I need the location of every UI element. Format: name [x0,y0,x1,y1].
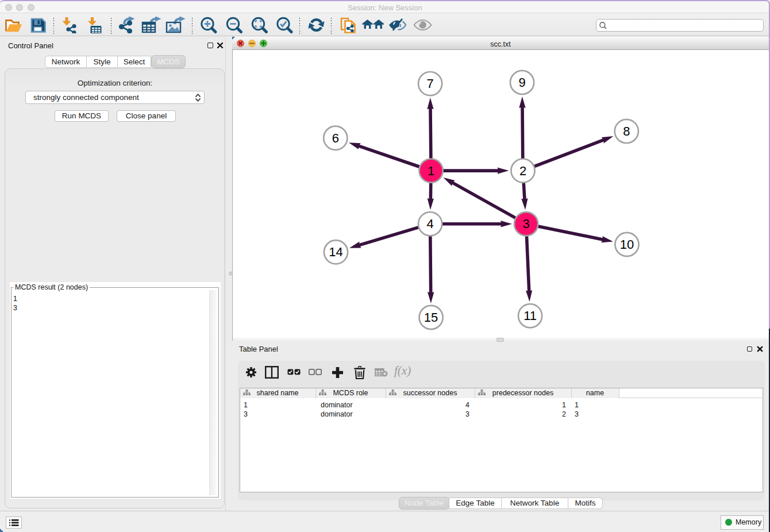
svg-text:2: 2 [519,164,526,178]
svg-text:1: 1 [428,164,434,178]
svg-text:8: 8 [623,124,630,138]
svg-text:11: 11 [523,309,537,323]
svg-text:10: 10 [620,237,634,252]
svg-text:4: 4 [426,217,433,231]
svg-text:15: 15 [424,310,438,325]
svg-text:9: 9 [518,75,525,90]
svg-text:3: 3 [522,217,529,231]
svg-text:7: 7 [426,76,433,91]
svg-text:14: 14 [329,245,342,259]
svg-text:6: 6 [332,131,339,145]
